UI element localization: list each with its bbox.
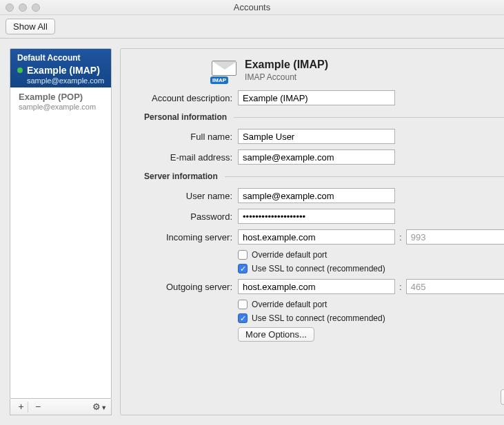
email-input[interactable] (238, 149, 395, 165)
status-online-icon (17, 68, 23, 73)
incoming-ssl-label: Use SSL to connect (recommended) (252, 264, 385, 273)
selected-account-name: Example (IMAP) (27, 65, 100, 76)
toolbar: Show All (0, 15, 504, 39)
gear-icon: ⚙ (92, 402, 101, 412)
account-item-email: sample@example.com (19, 103, 103, 111)
port-separator: : (399, 282, 402, 292)
outgoing-override-port-checkbox[interactable] (238, 300, 248, 309)
full-name-label: Full name: (136, 132, 238, 142)
sidebar-selected-account[interactable]: Default Account Example (IMAP) sample@ex… (10, 49, 111, 87)
account-title: Example (IMAP) (245, 59, 328, 71)
accounts-sidebar: Default Account Example (IMAP) sample@ex… (10, 48, 112, 399)
port-separator: : (399, 232, 402, 242)
default-account-label: Default Account (17, 53, 104, 63)
selected-account-email: sample@example.com (27, 76, 104, 85)
titlebar: Accounts (0, 0, 504, 15)
gear-menu-button[interactable]: ⚙▼ (92, 402, 107, 412)
account-details-panel: IMAP Example (IMAP) IMAP Account Account… (120, 48, 504, 415)
full-name-input[interactable] (238, 129, 395, 144)
divider (225, 176, 504, 177)
outgoing-server-input[interactable] (238, 279, 395, 294)
email-label: E-mail address: (136, 152, 238, 163)
account-description-label: Account description: (136, 93, 238, 103)
outgoing-ssl-label: Use SSL to connect (recommended) (252, 313, 385, 323)
outgoing-ssl-checkbox[interactable] (238, 313, 248, 323)
incoming-port-input (406, 229, 504, 245)
account-subtitle: IMAP Account (245, 72, 328, 82)
outgoing-port-input (406, 279, 504, 294)
password-input[interactable] (238, 209, 395, 224)
incoming-ssl-checkbox[interactable] (238, 264, 248, 273)
imap-badge: IMAP (210, 76, 228, 84)
chevron-down-icon: ▼ (101, 404, 107, 411)
incoming-override-port-checkbox[interactable] (238, 250, 248, 260)
sidebar-footer: + − ⚙▼ (10, 399, 112, 415)
add-account-button[interactable]: + (14, 402, 28, 413)
incoming-server-input[interactable] (238, 229, 395, 245)
incoming-override-port-label: Override default port (252, 250, 327, 260)
password-label: Password: (136, 211, 238, 222)
window-title: Accounts (0, 2, 504, 12)
advanced-button[interactable]: Advanced... (501, 389, 504, 405)
outgoing-server-label: Outgoing server: (136, 282, 238, 292)
incoming-server-label: Incoming server: (136, 232, 238, 242)
personal-info-section-label: Personal information (136, 112, 234, 122)
outgoing-override-port-label: Override default port (252, 300, 327, 309)
mail-account-icon: IMAP (212, 61, 238, 80)
more-options-button[interactable]: More Options... (238, 327, 314, 342)
server-info-section-label: Server information (136, 172, 225, 181)
show-all-button[interactable]: Show All (6, 19, 55, 34)
user-name-input[interactable] (238, 188, 395, 203)
account-item-name: Example (POP) (19, 92, 103, 102)
remove-account-button[interactable]: − (31, 402, 45, 413)
user-name-label: User name: (136, 191, 238, 201)
divider (234, 117, 504, 118)
sidebar-account-item[interactable]: Example (POP) sample@example.com (10, 87, 111, 114)
account-description-input[interactable] (238, 90, 395, 105)
